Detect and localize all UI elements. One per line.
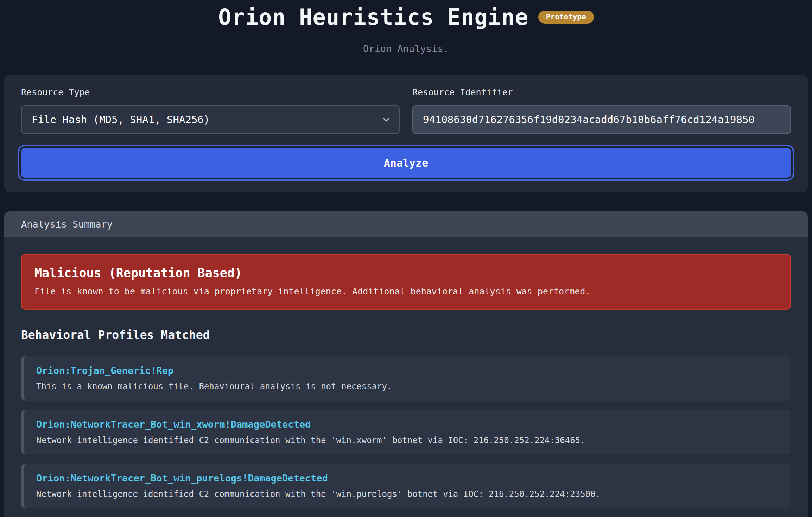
page-title: Orion Heuristics Engine (218, 4, 528, 30)
verdict-alert: Malicious (Reputation Based) File is kno… (21, 254, 791, 310)
analysis-summary-card: Analysis Summary Malicious (Reputation B… (4, 211, 808, 517)
profile-card: Orion:Trojan_Generic!Rep This is a known… (21, 356, 791, 401)
resource-identifier-input[interactable] (412, 105, 791, 134)
behavioral-profiles-heading: Behavioral Profiles Matched (21, 328, 791, 342)
analysis-form: Resource Type File Hash (MD5, SHA1, SHA2… (4, 75, 808, 192)
verdict-description: File is known to be malicious via propri… (34, 286, 778, 296)
analysis-summary-header: Analysis Summary (4, 211, 808, 237)
prototype-badge: Prototype (538, 11, 594, 24)
verdict-title: Malicious (Reputation Based) (34, 266, 778, 280)
profile-description: Network intelligence identified C2 commu… (36, 435, 779, 445)
profile-description: Network intelligence identified C2 commu… (36, 489, 779, 499)
profile-description: This is a known malicious file. Behaviou… (36, 382, 779, 391)
profile-name: Orion:NetworkTracer_Bot_win_purelogs!Dam… (36, 473, 779, 484)
profile-card: Orion:NetworkTracer_Bot_win_xworm!Damage… (21, 410, 791, 454)
resource-type-select[interactable]: File Hash (MD5, SHA1, SHA256) (21, 105, 400, 134)
page-subtitle: Orion Analysis. (0, 43, 812, 54)
profile-card: Orion:NetworkTracer_Bot_win_purelogs!Dam… (21, 464, 791, 508)
analyze-button[interactable]: Analyze (21, 148, 791, 178)
resource-identifier-label: Resource Identifier (412, 87, 791, 97)
page-header: Orion Heuristics Engine Prototype Orion … (0, 0, 812, 54)
resource-type-field: Resource Type File Hash (MD5, SHA1, SHA2… (21, 87, 400, 134)
resource-identifier-field: Resource Identifier (412, 87, 791, 134)
resource-type-label: Resource Type (21, 87, 400, 97)
profile-name: Orion:NetworkTracer_Bot_win_xworm!Damage… (36, 419, 779, 430)
profile-name: Orion:Trojan_Generic!Rep (36, 365, 779, 376)
